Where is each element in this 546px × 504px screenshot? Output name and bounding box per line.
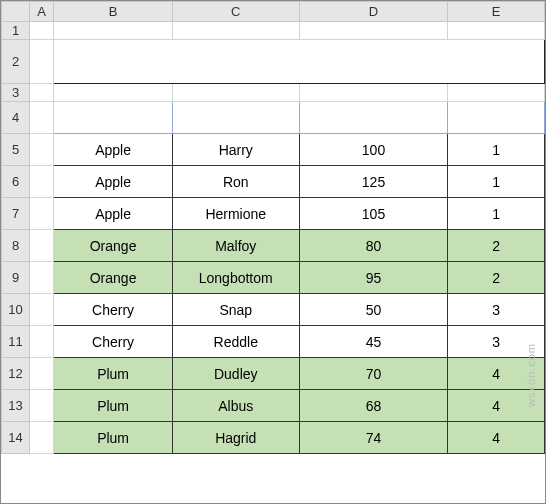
cell-A5[interactable]: [30, 134, 54, 166]
cell-purchaser[interactable]: Snap: [172, 294, 299, 326]
cell-items[interactable]: Apple: [54, 166, 173, 198]
cell-purchaser[interactable]: Dudley: [172, 358, 299, 390]
row-header-3[interactable]: 3: [2, 84, 30, 102]
header-items[interactable]: Items: [54, 102, 173, 134]
row-header-11[interactable]: 11: [2, 326, 30, 358]
row-2: 2 Applying AND, LEN & MOD Functions: [2, 40, 545, 84]
row-10: 10CherrySnap503: [2, 294, 545, 326]
cell-A14[interactable]: [30, 422, 54, 454]
cell-quantity[interactable]: 105: [299, 198, 448, 230]
row-14: 14PlumHagrid744: [2, 422, 545, 454]
cell-quantity[interactable]: 100: [299, 134, 448, 166]
watermark: wsxdn.com: [525, 343, 537, 407]
cell-E3[interactable]: [448, 84, 545, 102]
col-header-E[interactable]: E: [448, 2, 545, 22]
row-header-7[interactable]: 7: [2, 198, 30, 230]
header-group[interactable]: 0: [448, 102, 545, 134]
cell-D3[interactable]: [299, 84, 448, 102]
col-header-C[interactable]: C: [172, 2, 299, 22]
column-header-row: A B C D E: [2, 2, 545, 22]
row-12: 12PlumDudley704: [2, 358, 545, 390]
cell-group[interactable]: 1: [448, 166, 545, 198]
cell-quantity[interactable]: 80: [299, 230, 448, 262]
row-header-2[interactable]: 2: [2, 40, 30, 84]
cell-B3[interactable]: [54, 84, 173, 102]
cell-items[interactable]: Plum: [54, 390, 173, 422]
row-header-8[interactable]: 8: [2, 230, 30, 262]
cell-group[interactable]: 2: [448, 230, 545, 262]
cell-purchaser[interactable]: Hermione: [172, 198, 299, 230]
cell-A12[interactable]: [30, 358, 54, 390]
cell-A6[interactable]: [30, 166, 54, 198]
cell-group[interactable]: 1: [448, 134, 545, 166]
row-4: 4 Items Purchaser Quantity (KG) 0: [2, 102, 545, 134]
row-header-4[interactable]: 4: [2, 102, 30, 134]
grid-body: 1 2 Applying AND, LEN & MOD Functions 3: [2, 22, 545, 454]
row-header-9[interactable]: 9: [2, 262, 30, 294]
row-header-5[interactable]: 5: [2, 134, 30, 166]
cell-items[interactable]: Apple: [54, 134, 173, 166]
cell-A13[interactable]: [30, 390, 54, 422]
row-6: 6AppleRon1251: [2, 166, 545, 198]
cell-purchaser[interactable]: Longbottom: [172, 262, 299, 294]
cell-items[interactable]: Orange: [54, 262, 173, 294]
cell-items[interactable]: Plum: [54, 358, 173, 390]
cell-A10[interactable]: [30, 294, 54, 326]
cell-C1[interactable]: [172, 22, 299, 40]
row-1: 1: [2, 22, 545, 40]
row-header-1[interactable]: 1: [2, 22, 30, 40]
row-11: 11CherryReddle453: [2, 326, 545, 358]
row-header-13[interactable]: 13: [2, 390, 30, 422]
cell-B1[interactable]: [54, 22, 173, 40]
cell-group[interactable]: 3: [448, 294, 545, 326]
cell-items[interactable]: Plum: [54, 422, 173, 454]
cell-quantity[interactable]: 70: [299, 358, 448, 390]
row-header-12[interactable]: 12: [2, 358, 30, 390]
cell-quantity[interactable]: 68: [299, 390, 448, 422]
title-cell[interactable]: Applying AND, LEN & MOD Functions: [54, 40, 545, 84]
cell-purchaser[interactable]: Malfoy: [172, 230, 299, 262]
cell-A11[interactable]: [30, 326, 54, 358]
cell-A2[interactable]: [30, 40, 54, 84]
cell-A3[interactable]: [30, 84, 54, 102]
cell-C3[interactable]: [172, 84, 299, 102]
cell-quantity[interactable]: 50: [299, 294, 448, 326]
cell-A8[interactable]: [30, 230, 54, 262]
spreadsheet-grid[interactable]: A B C D E 1 2 Applying AND, LEN & MOD Fu…: [1, 1, 545, 454]
cell-quantity[interactable]: 95: [299, 262, 448, 294]
row-header-6[interactable]: 6: [2, 166, 30, 198]
row-header-14[interactable]: 14: [2, 422, 30, 454]
cell-A4[interactable]: [30, 102, 54, 134]
cell-purchaser[interactable]: Harry: [172, 134, 299, 166]
cell-items[interactable]: Cherry: [54, 294, 173, 326]
cell-A7[interactable]: [30, 198, 54, 230]
cell-A9[interactable]: [30, 262, 54, 294]
cell-group[interactable]: 2: [448, 262, 545, 294]
cell-items[interactable]: Apple: [54, 198, 173, 230]
cell-items[interactable]: Orange: [54, 230, 173, 262]
spreadsheet-viewport: A B C D E 1 2 Applying AND, LEN & MOD Fu…: [0, 0, 546, 504]
cell-purchaser[interactable]: Albus: [172, 390, 299, 422]
cell-E1[interactable]: [448, 22, 545, 40]
row-13: 13PlumAlbus684: [2, 390, 545, 422]
select-all-corner[interactable]: [2, 2, 30, 22]
cell-group[interactable]: 1: [448, 198, 545, 230]
col-header-A[interactable]: A: [30, 2, 54, 22]
cell-purchaser[interactable]: Hagrid: [172, 422, 299, 454]
cell-purchaser[interactable]: Reddle: [172, 326, 299, 358]
cell-quantity[interactable]: 45: [299, 326, 448, 358]
col-header-B[interactable]: B: [54, 2, 173, 22]
header-purchaser[interactable]: Purchaser: [172, 102, 299, 134]
cell-purchaser[interactable]: Ron: [172, 166, 299, 198]
row-5: 5AppleHarry1001: [2, 134, 545, 166]
col-header-D[interactable]: D: [299, 2, 448, 22]
cell-quantity[interactable]: 125: [299, 166, 448, 198]
cell-D1[interactable]: [299, 22, 448, 40]
cell-items[interactable]: Cherry: [54, 326, 173, 358]
cell-quantity[interactable]: 74: [299, 422, 448, 454]
cell-A1[interactable]: [30, 22, 54, 40]
header-quantity[interactable]: Quantity (KG): [299, 102, 448, 134]
row-8: 8OrangeMalfoy802: [2, 230, 545, 262]
row-header-10[interactable]: 10: [2, 294, 30, 326]
cell-group[interactable]: 4: [448, 422, 545, 454]
